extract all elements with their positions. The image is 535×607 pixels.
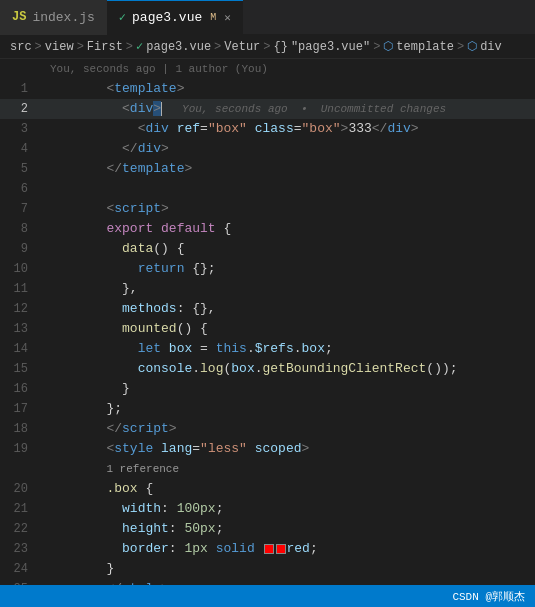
breadcrumb-template-icon: ⬡	[383, 39, 393, 54]
l5-template: template	[122, 161, 184, 176]
breadcrumb-sep4: >	[214, 40, 221, 54]
l5-gt: >	[184, 161, 192, 176]
breadcrumb-page3vue[interactable]: page3.vue	[146, 40, 211, 54]
line-num-15: 15	[0, 362, 40, 376]
breadcrumb-div-icon: ⬡	[467, 39, 477, 54]
breadcrumb-sep5: >	[263, 40, 270, 54]
line-num-4: 4	[0, 142, 40, 156]
line-num-19: 19	[0, 442, 40, 456]
line-num-1: 1	[0, 82, 40, 96]
line-5[interactable]: 5 </template>	[0, 159, 535, 179]
line-num-6: 6	[0, 182, 40, 196]
tab-page3-vue-label: page3.vue	[132, 10, 202, 25]
line-num-24: 24	[0, 562, 40, 576]
line-num-18: 18	[0, 422, 40, 436]
line-num-8: 8	[0, 222, 40, 236]
code-area[interactable]: 1 <template> 2 <div>You, seconds ago • U…	[0, 79, 535, 607]
breadcrumb-page3str[interactable]: "page3.vue"	[291, 40, 370, 54]
breadcrumb-sep7: >	[457, 40, 464, 54]
breadcrumb-vue-icon: ✓	[136, 39, 143, 54]
tab-bar: JS index.js ✓ page3.vue M ✕	[0, 0, 535, 35]
tab-index-js[interactable]: JS index.js	[0, 0, 107, 35]
l5-lt: </	[106, 161, 122, 176]
vue-checkmark-icon: ✓	[119, 10, 126, 25]
line-num-21: 21	[0, 502, 40, 516]
breadcrumb-view[interactable]: view	[45, 40, 74, 54]
line-num-5: 5	[0, 162, 40, 176]
brand-text: CSDN @郭顺杰	[452, 589, 525, 604]
line-num-11: 11	[0, 282, 40, 296]
breadcrumb-curly: {}	[274, 40, 288, 54]
bottom-bar: CSDN @郭顺杰	[0, 585, 535, 607]
tab-modified-indicator: M	[210, 12, 216, 23]
line-num-7: 7	[0, 202, 40, 216]
breadcrumb-sep6: >	[373, 40, 380, 54]
breadcrumb: src > view > First > ✓ page3.vue > Vetur…	[0, 35, 535, 59]
tab-page3-vue[interactable]: ✓ page3.vue M ✕	[107, 0, 243, 35]
line-num-23: 23	[0, 542, 40, 556]
line-num-17: 17	[0, 402, 40, 416]
line-num-12: 12	[0, 302, 40, 316]
breadcrumb-sep1: >	[35, 40, 42, 54]
line-num-16: 16	[0, 382, 40, 396]
line-num-9: 9	[0, 242, 40, 256]
js-icon: JS	[12, 10, 26, 24]
line-num-20: 20	[0, 482, 40, 496]
breadcrumb-template[interactable]: template	[396, 40, 454, 54]
tab-index-js-label: index.js	[32, 10, 94, 25]
breadcrumb-div[interactable]: div	[480, 40, 502, 54]
breadcrumb-src[interactable]: src	[10, 40, 32, 54]
line-num-22: 22	[0, 522, 40, 536]
line-num-2: 2	[0, 102, 40, 116]
line-num-3: 3	[0, 122, 40, 136]
line-num-14: 14	[0, 342, 40, 356]
line-num-10: 10	[0, 262, 40, 276]
editor: 1 <template> 2 <div>You, seconds ago • U…	[0, 79, 535, 607]
breadcrumb-sep3: >	[126, 40, 133, 54]
breadcrumb-first[interactable]: First	[87, 40, 123, 54]
line-num-13: 13	[0, 322, 40, 336]
tab-close-button[interactable]: ✕	[224, 11, 231, 24]
breadcrumb-vetur[interactable]: Vetur	[224, 40, 260, 54]
breadcrumb-sep2: >	[77, 40, 84, 54]
